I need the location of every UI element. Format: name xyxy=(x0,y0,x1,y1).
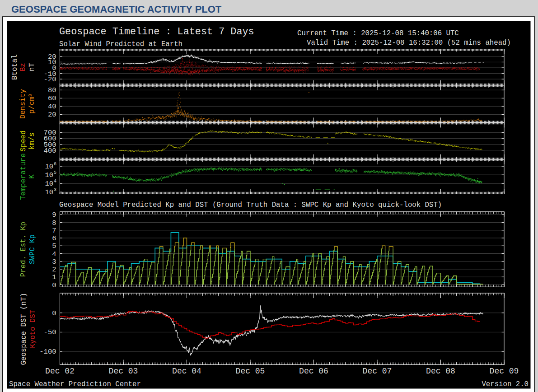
svg-text:Temperature: Temperature xyxy=(19,153,28,200)
svg-text:-20: -20 xyxy=(44,75,56,84)
svg-text:Geospace Model Predicted Kp an: Geospace Model Predicted Kp and DST (Gro… xyxy=(59,201,442,209)
svg-text:1: 1 xyxy=(52,273,56,281)
svg-text:80: 80 xyxy=(48,86,56,94)
svg-text:Dec 02: Dec 02 xyxy=(45,367,75,376)
svg-text:Btotal: Btotal xyxy=(11,54,19,79)
svg-text:Dec 07: Dec 07 xyxy=(363,367,392,376)
svg-text:5: 5 xyxy=(52,242,56,250)
svg-text:7: 7 xyxy=(52,227,56,235)
svg-text:Dec 08: Dec 08 xyxy=(426,367,455,376)
svg-text:SWPC Kp: SWPC Kp xyxy=(28,234,37,264)
svg-text:4: 4 xyxy=(54,179,56,184)
svg-text:p/cm3: p/cm3 xyxy=(28,94,36,114)
svg-text:km/s: km/s xyxy=(28,132,36,149)
svg-text:60: 60 xyxy=(48,94,56,103)
svg-text:-50: -50 xyxy=(44,328,56,336)
svg-text:10: 10 xyxy=(45,180,53,188)
svg-text:Geospace Timeline : Latest 7 D: Geospace Timeline : Latest 7 Days xyxy=(59,26,254,37)
svg-text:10: 10 xyxy=(45,188,53,196)
svg-text:Version 2.0: Version 2.0 xyxy=(482,380,529,388)
svg-text:3: 3 xyxy=(52,258,56,266)
svg-text:Dec 09: Dec 09 xyxy=(490,367,519,376)
svg-text:9: 9 xyxy=(52,211,56,219)
svg-text:10: 10 xyxy=(45,163,53,171)
svg-text:nT: nT xyxy=(28,63,36,71)
svg-text:Valid Time : 2025-12-08 16:32:: Valid Time : 2025-12-08 16:32:00 (52 min… xyxy=(307,39,511,47)
svg-text:2: 2 xyxy=(52,266,56,274)
svg-text:5: 5 xyxy=(54,170,56,175)
svg-text:Space Weather Prediction Cente: Space Weather Prediction Center xyxy=(9,380,141,388)
svg-text:0: 0 xyxy=(52,309,56,317)
svg-text:400: 400 xyxy=(44,147,56,155)
svg-text:Solar Wind Predicted at Earth: Solar Wind Predicted at Earth xyxy=(59,40,182,48)
svg-text:6: 6 xyxy=(54,162,56,167)
svg-text:Dec 06: Dec 06 xyxy=(299,367,328,376)
svg-text:Kyoto DST: Kyoto DST xyxy=(29,310,37,348)
svg-text:40: 40 xyxy=(48,103,56,111)
svg-text:Density: Density xyxy=(19,89,27,119)
svg-text:6: 6 xyxy=(52,234,56,243)
svg-text:GEOSPACE GEOMAGNETIC ACTIVITY: GEOSPACE GEOMAGNETIC ACTIVITY PLOT xyxy=(11,4,222,15)
svg-text:10: 10 xyxy=(45,171,53,179)
svg-text:Dec 04: Dec 04 xyxy=(172,367,201,376)
svg-text:3: 3 xyxy=(54,187,56,192)
svg-text:Speed: Speed xyxy=(19,131,28,152)
svg-text:Geospace DST (nT): Geospace DST (nT) xyxy=(20,293,28,365)
svg-text:Dec 03: Dec 03 xyxy=(109,367,138,376)
svg-text:Bz: Bz xyxy=(19,63,27,71)
svg-text:8: 8 xyxy=(52,219,56,227)
svg-text:20: 20 xyxy=(48,111,56,119)
svg-text:Dec 05: Dec 05 xyxy=(236,367,265,376)
svg-text:-100: -100 xyxy=(39,348,56,356)
svg-text:K: K xyxy=(28,174,36,179)
svg-text:4: 4 xyxy=(52,250,56,258)
svg-text:Pred. Est. Kp: Pred. Est. Kp xyxy=(19,222,28,277)
svg-text:Current Time : 2025-12-08 15:4: Current Time : 2025-12-08 15:40:06 UTC xyxy=(297,29,459,37)
svg-text:0: 0 xyxy=(52,281,56,289)
